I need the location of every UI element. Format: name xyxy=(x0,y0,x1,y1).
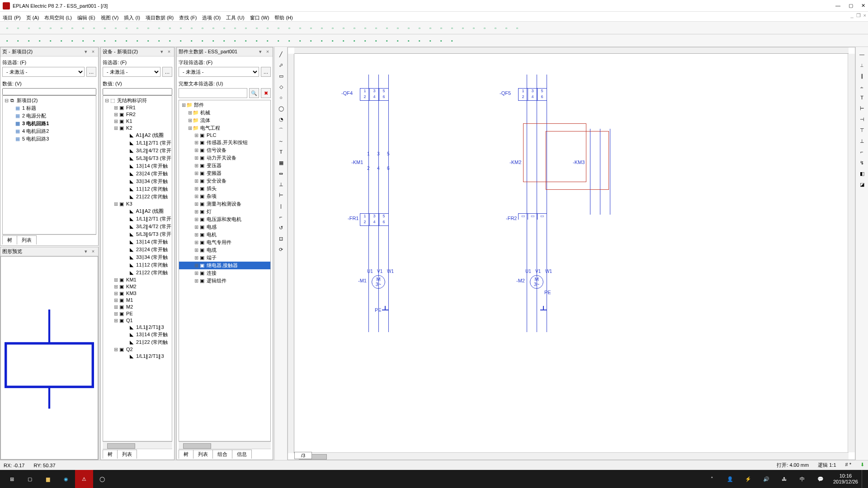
parts-node[interactable]: ⊞▣ 电缆 xyxy=(179,246,270,254)
toolbar1-btn-30[interactable]: ▫ xyxy=(328,23,338,33)
toolbar2-btn-0[interactable]: ▪ xyxy=(2,36,12,46)
parts-node[interactable]: ⊞▣ 安全设备 xyxy=(179,177,270,185)
toolbar2-btn-22[interactable]: ▪ xyxy=(241,36,251,46)
parts-node[interactable]: ⊞▣ 信号设备 xyxy=(179,146,270,154)
dev-node[interactable]: ⊞▣ Q2 xyxy=(103,346,172,353)
edge-icon[interactable]: ◉ xyxy=(57,470,75,488)
parts-fieldfilter-browse[interactable]: … xyxy=(261,67,271,77)
dev-node[interactable]: ◣ 23‖24 (常开触 xyxy=(103,170,172,178)
toolbar2-btn-40[interactable]: ▪ xyxy=(436,36,446,46)
menu-layoutspace[interactable]: 布局空间 (L) xyxy=(44,14,72,21)
dev-node[interactable]: ◣ 13‖14 (常开触 xyxy=(103,162,172,170)
mdi-close-icon[interactable]: × xyxy=(863,13,866,19)
toolbar1-btn-22[interactable]: ▫ xyxy=(241,23,251,33)
pages-close-icon[interactable]: × xyxy=(90,49,96,55)
pages-tree[interactable]: ⊟⧉ 新项目(2)▦ 1 标题▦ 2 电源分配▦ 3 电机回路1▦ 4 电机回路… xyxy=(2,95,96,235)
eplan-task-icon[interactable]: ⚠ xyxy=(75,470,93,488)
toolbar2-btn-10[interactable]: ▪ xyxy=(111,36,121,46)
pages-tab-tree[interactable]: 树 xyxy=(2,235,17,244)
menu-tools[interactable]: 工具 (U) xyxy=(226,14,244,21)
toolbar2-btn-31[interactable]: ▪ xyxy=(339,36,349,46)
toolbar1-btn-36[interactable]: ▫ xyxy=(393,23,403,33)
menu-options[interactable]: 选项 (O) xyxy=(202,14,221,21)
dev-root[interactable]: ⊟⬚ 无结构标识符 xyxy=(103,97,172,104)
toolbar2-btn-13[interactable]: ▪ xyxy=(143,36,153,46)
toolbar1-btn-34[interactable]: ▫ xyxy=(371,23,381,33)
toolbar1-btn-42[interactable]: ▫ xyxy=(458,23,468,33)
devices-filter-browse[interactable]: … xyxy=(162,67,172,77)
dev-node[interactable]: ◣ A1‖A2 (线圈 xyxy=(103,131,172,139)
toolbar1-btn-38[interactable]: ▫ xyxy=(415,23,425,33)
rtool-8-icon[interactable]: ⊥ xyxy=(857,136,867,146)
toolbar2-btn-8[interactable]: ▪ xyxy=(89,36,99,46)
dev-node[interactable]: ◣ A1‖A2 (线圈 xyxy=(103,207,172,215)
rtool-9-icon[interactable]: ⌐ xyxy=(857,147,867,157)
app-task-icon[interactable]: ◯ xyxy=(93,470,111,488)
ltool-18-icon[interactable]: ⟳ xyxy=(276,244,286,254)
parts-tab-list[interactable]: 列表 xyxy=(193,450,213,459)
rtool-10-icon[interactable]: ↯ xyxy=(857,158,867,168)
page-node[interactable]: ▦ 5 电机回路3 xyxy=(3,135,96,143)
toolbar1-btn-27[interactable]: ▫ xyxy=(295,23,305,33)
canvas-vscroll[interactable] xyxy=(848,54,855,452)
toolbar2-btn-14[interactable]: ▪ xyxy=(154,36,164,46)
dev-node[interactable]: ⊞▣ KM2 xyxy=(103,283,172,290)
pages-filter-browse[interactable]: … xyxy=(86,67,96,77)
parts-textfilter-clear[interactable]: ✖ xyxy=(261,88,271,98)
ltool-2-icon[interactable]: ▭ xyxy=(276,71,286,81)
toolbar2-btn-6[interactable]: ▪ xyxy=(67,36,77,46)
parts-hscroll[interactable] xyxy=(179,441,271,449)
dev-node[interactable]: ◣ 11‖12 (常闭触 xyxy=(103,185,172,193)
preview-dropdown-icon[interactable]: ▾ xyxy=(83,249,89,254)
toolbar1-btn-32[interactable]: ▫ xyxy=(349,23,359,33)
parts-node[interactable]: ⊞▣ 杂项 xyxy=(179,192,270,200)
parts-node[interactable]: ⊞▣ 电机 xyxy=(179,231,270,239)
page-node[interactable]: ▦ 3 电机回路1 xyxy=(3,120,96,127)
parts-node[interactable]: ⊞▣ 测量与检测设备 xyxy=(179,200,270,208)
toolbar1-btn-25[interactable]: ▫ xyxy=(274,23,283,33)
toolbar1-btn-21[interactable]: ▫ xyxy=(230,23,240,33)
toolbar1-btn-7[interactable]: ▫ xyxy=(78,23,88,33)
toolbar1-btn-19[interactable]: ▫ xyxy=(208,23,218,33)
pages-filter-select[interactable]: - 未激活 - xyxy=(2,67,85,77)
toolbar1-btn-31[interactable]: ▫ xyxy=(339,23,349,33)
toolbar1-btn-28[interactable]: ▫ xyxy=(306,23,316,33)
devices-value-input[interactable] xyxy=(103,88,172,95)
tray-action-icon[interactable]: 💬 xyxy=(811,470,830,488)
toolbar2-btn-18[interactable]: ▪ xyxy=(198,36,208,46)
dev-node[interactable]: ◣ 1/L1‖2/T1 (常开 xyxy=(103,215,172,223)
rtool-1-icon[interactable]: ⟂ xyxy=(857,60,867,70)
toolbar1-btn-39[interactable]: ▫ xyxy=(425,23,435,33)
tray-up-icon[interactable]: ˄ xyxy=(703,470,721,488)
dev-node[interactable]: ⊞▣ M1 xyxy=(103,297,172,304)
parts-node[interactable]: ⊞▣ 电压源和发电机 xyxy=(179,216,270,223)
toolbar2-btn-34[interactable]: ▪ xyxy=(371,36,381,46)
mdi-restore-icon[interactable]: ❐ xyxy=(856,13,861,19)
toolbar1-btn-1[interactable]: ▫ xyxy=(13,23,23,33)
rtool-2-icon[interactable]: ∥ xyxy=(857,71,867,81)
page-node[interactable]: ▦ 2 电源分配 xyxy=(3,112,96,120)
ltool-15-icon[interactable]: ⌐ xyxy=(276,212,286,222)
parts-tab-info[interactable]: 信息 xyxy=(232,450,252,459)
toolbar2-btn-1[interactable]: ▪ xyxy=(13,36,23,46)
parts-node[interactable]: ⊞▣ 电气专用件 xyxy=(179,239,270,246)
dev-node[interactable]: ⊞▣ K1 xyxy=(103,118,172,125)
tray-net-icon[interactable]: 🖧 xyxy=(775,470,793,488)
pages-dropdown-icon[interactable]: ▾ xyxy=(83,49,89,55)
devices-dropdown-icon[interactable]: ▾ xyxy=(159,49,165,55)
toolbar1-btn-13[interactable]: ▫ xyxy=(143,23,153,33)
parts-textfilter-input[interactable] xyxy=(179,88,247,98)
toolbar1-btn-29[interactable]: ▫ xyxy=(317,23,327,33)
dev-node[interactable]: ◣ 23‖24 (常开触 xyxy=(103,246,172,253)
toolbar2-btn-25[interactable]: ▪ xyxy=(274,36,283,46)
pages-value-input[interactable] xyxy=(2,88,96,95)
dev-node[interactable]: ⊞▣ KM1 xyxy=(103,277,172,283)
rtool-0-icon[interactable]: — xyxy=(857,49,867,59)
menu-window[interactable]: 窗口 (W) xyxy=(250,14,269,21)
toolbar1-btn-5[interactable]: ▫ xyxy=(57,23,66,33)
page-node[interactable]: ▦ 4 电机回路2 xyxy=(3,127,96,135)
toolbar1-btn-12[interactable]: ▫ xyxy=(132,23,142,33)
dev-node[interactable]: ◣ 1/L1‖2/T1‖3 xyxy=(103,353,172,360)
rtool-6-icon[interactable]: ⊣ xyxy=(857,114,867,124)
dev-node[interactable]: ◣ 5/L3‖6/T3 (常开 xyxy=(103,230,172,238)
